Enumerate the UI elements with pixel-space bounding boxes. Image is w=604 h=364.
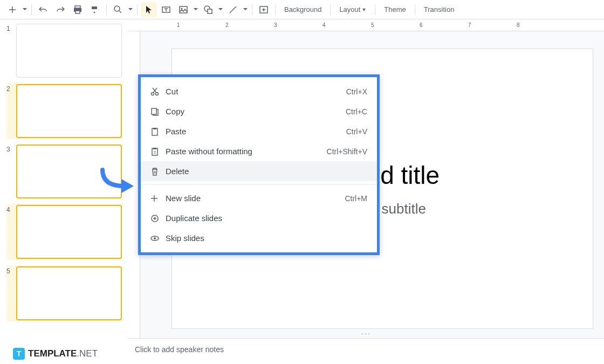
line-dropdown[interactable] (242, 2, 249, 17)
thumb-preview (16, 24, 122, 78)
print-button[interactable] (70, 2, 86, 17)
pane-drag-handle[interactable]: ••• (361, 331, 372, 338)
separator (137, 4, 138, 15)
annotation-arrow (97, 167, 140, 194)
slide-thumb-1[interactable]: 1 (6, 24, 122, 78)
svg-rect-2 (76, 11, 80, 13)
speaker-notes[interactable]: Click to add speaker notes (128, 338, 604, 364)
menu-label: Paste (166, 127, 346, 136)
undo-button[interactable] (35, 2, 51, 17)
watermark-tld: .NET (77, 348, 98, 359)
svg-rect-17 (153, 148, 156, 149)
cut-icon (150, 87, 166, 96)
svg-rect-15 (153, 128, 156, 129)
menu-label: Copy (166, 107, 346, 116)
menu-paste[interactable]: Paste Ctrl+V (141, 121, 377, 141)
plus-icon (150, 195, 166, 202)
paint-format-button[interactable] (87, 2, 103, 17)
ruler-tick: 5 (371, 22, 374, 28)
ruler-tick: 4 (322, 22, 326, 28)
image-button[interactable] (175, 2, 191, 17)
separator (275, 4, 276, 15)
menu-label: Duplicate slides (166, 214, 367, 223)
zoom-button[interactable] (110, 2, 126, 17)
menu-skip[interactable]: Skip slides (141, 228, 377, 248)
select-tool[interactable] (141, 2, 157, 17)
slide-thumb-4[interactable]: 4 (6, 204, 122, 260)
ruler-tick: 8 (517, 22, 520, 28)
watermark: T TEMPLATE.NET (13, 348, 98, 360)
menu-label: Paste without formatting (166, 147, 327, 156)
menu-shortcut: Ctrl+M (345, 194, 367, 203)
svg-point-20 (154, 237, 156, 239)
menu-copy[interactable]: Copy Ctrl+C (141, 101, 377, 121)
zoom-dropdown[interactable] (127, 2, 134, 17)
theme-button[interactable]: Theme (379, 2, 411, 17)
slide-number: 1 (6, 24, 16, 78)
svg-rect-9 (208, 9, 212, 13)
ruler-tick: 7 (468, 22, 471, 28)
menu-label: New slide (166, 194, 345, 203)
separator (31, 4, 32, 15)
svg-rect-0 (75, 6, 80, 8)
image-dropdown[interactable] (193, 2, 199, 17)
ruler-tick: 1 (177, 22, 180, 28)
thumb-preview (16, 266, 122, 320)
thumb-preview (16, 84, 122, 138)
background-button[interactable]: Background (279, 2, 327, 17)
menu-shortcut: Ctrl+V (346, 127, 367, 136)
comment-button[interactable] (256, 2, 272, 17)
layout-label: Layout (339, 5, 360, 13)
copy-icon (150, 107, 166, 116)
watermark-brand: TEMPLATE (28, 348, 77, 359)
toolbar: Background Layout▼ Theme Transition (0, 0, 604, 19)
slide-number: 2 (6, 84, 16, 138)
thumb-preview (16, 205, 122, 259)
context-menu: Cut Ctrl+X Copy Ctrl+C Paste Ctrl+V Past… (138, 74, 380, 255)
delete-icon (150, 167, 166, 176)
menu-label: Delete (166, 167, 367, 176)
ruler-tick: 6 (420, 22, 423, 28)
paste-icon (150, 127, 166, 136)
menu-shortcut: Ctrl+Shift+V (327, 147, 367, 156)
redo-button[interactable] (52, 2, 68, 17)
menu-duplicate[interactable]: Duplicate slides (141, 208, 377, 228)
new-slide-dropdown[interactable] (22, 2, 28, 17)
chevron-down-icon: ▼ (361, 7, 366, 12)
shape-button[interactable] (200, 2, 216, 17)
slide-number: 4 (6, 205, 16, 259)
svg-rect-13 (152, 108, 156, 114)
layout-button[interactable]: Layout▼ (334, 2, 372, 17)
svg-rect-3 (92, 6, 97, 9)
slide-number: 3 (6, 145, 16, 198)
ruler-tick: 3 (274, 22, 277, 28)
menu-separator (141, 184, 377, 185)
watermark-icon: T (13, 348, 25, 360)
new-slide-button[interactable] (4, 2, 20, 17)
separator (330, 4, 331, 15)
shape-dropdown[interactable] (217, 2, 224, 17)
ruler-tick: 2 (225, 22, 229, 28)
menu-delete[interactable]: Delete (141, 161, 377, 181)
menu-paste-plain[interactable]: Paste without formatting Ctrl+Shift+V (141, 141, 377, 161)
paste-plain-icon (150, 147, 166, 156)
ruler-horizontal: 1 2 3 4 5 6 7 8 (128, 19, 604, 31)
menu-new-slide[interactable]: New slide Ctrl+M (141, 188, 377, 208)
slide-thumb-2[interactable]: 2 (6, 83, 122, 139)
menu-cut[interactable]: Cut Ctrl+X (141, 81, 377, 101)
separator (415, 4, 415, 15)
transition-button[interactable]: Transition (418, 2, 460, 17)
slide-thumb-5[interactable]: 5 (6, 265, 122, 321)
skip-icon (150, 234, 166, 243)
menu-shortcut: Ctrl+C (346, 107, 367, 116)
separator (252, 4, 252, 15)
textbox-button[interactable] (158, 2, 174, 17)
menu-shortcut: Ctrl+X (346, 87, 367, 96)
slide-number: 5 (6, 266, 16, 320)
line-button[interactable] (225, 2, 241, 17)
svg-point-4 (114, 6, 120, 11)
menu-label: Cut (166, 87, 346, 96)
duplicate-icon (150, 214, 166, 223)
separator (106, 4, 107, 15)
menu-label: Skip slides (166, 233, 367, 243)
